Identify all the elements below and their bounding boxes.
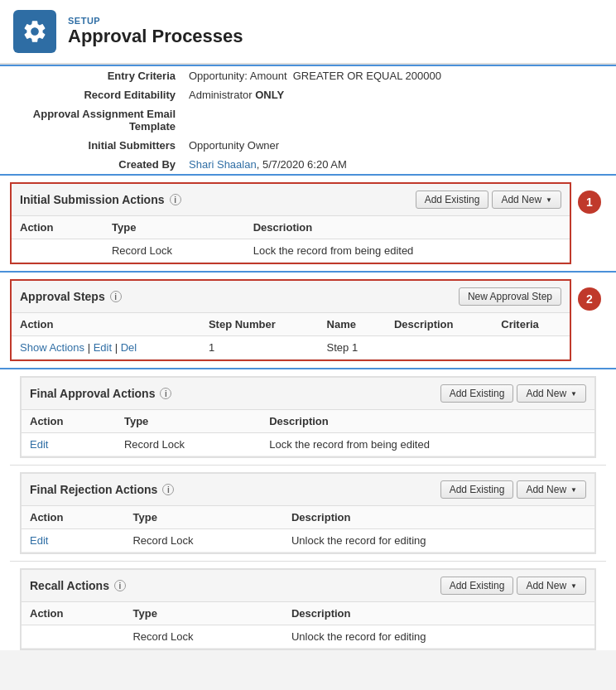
final-approval-section: Final Approval Actions i Add Existing Ad… — [20, 376, 596, 458]
recall-title: Recall Actions i — [30, 579, 126, 592]
col-action: Action — [22, 410, 116, 433]
initial-submission-header: Initial Submission Actions i Add Existin… — [12, 184, 570, 216]
edit-link[interactable]: Edit — [94, 341, 112, 354]
meta-label-record-editability: Record Editability — [0, 85, 182, 104]
initial-submission-row-action — [12, 239, 103, 263]
final-rejection-info-icon[interactable]: i — [162, 484, 174, 495]
approval-step-row-description — [386, 336, 493, 359]
final-approval-add-existing-button[interactable]: Add Existing — [440, 384, 514, 403]
meta-label-initial-submitters: Initial Submitters — [0, 136, 182, 155]
final-approval-row-type: Record Lock — [116, 433, 261, 456]
table-row: Show Actions | Edit | Del 1 Step 1 — [12, 336, 570, 359]
final-approval-edit-link[interactable]: Edit — [30, 438, 48, 451]
recall-wrapper: Recall Actions i Add Existing Add New Ac… — [10, 568, 606, 650]
final-rejection-header-row: Action Type Description — [22, 506, 594, 529]
initial-submission-table-header-row: Action Type Descriotion — [12, 216, 570, 239]
created-by-link[interactable]: Shari Shaalan — [189, 158, 257, 171]
initial-submission-info-icon[interactable]: i — [170, 194, 181, 205]
initial-submission-add-new-button[interactable]: Add New — [492, 191, 561, 209]
initial-submission-actions: Add Existing Add New — [416, 191, 561, 209]
badge-col-1: 1 — [571, 182, 606, 214]
col-name: Name — [319, 313, 386, 336]
recall-row-description: Unlock the record for editing — [283, 625, 594, 649]
initial-submission-row-type: Record Lock — [103, 239, 245, 263]
table-row: Edit Record Lock Lock the record from be… — [22, 433, 594, 456]
initial-submission-table: Action Type Descriotion Record Lock Lock… — [12, 216, 570, 263]
final-rejection-add-new-button[interactable]: Add New — [517, 480, 586, 499]
initial-submission-title: Initial Submission Actions i — [20, 193, 181, 206]
final-rejection-edit-link[interactable]: Edit — [30, 534, 48, 547]
approval-step-row-name: Step 1 — [319, 336, 386, 359]
col-action: Action — [22, 506, 124, 529]
final-rejection-add-existing-button[interactable]: Add Existing — [440, 480, 514, 499]
final-approval-wrapper: Final Approval Actions i Add Existing Ad… — [10, 376, 606, 458]
approval-steps-title: Approval Steps i — [20, 290, 122, 303]
gear-icon — [22, 18, 48, 45]
new-approval-step-button[interactable]: New Approval Step — [459, 287, 561, 306]
approval-step-row-actions: Show Actions | Edit | Del — [12, 336, 200, 359]
recall-row-type: Record Lock — [124, 625, 282, 649]
recall-info-icon[interactable]: i — [114, 580, 126, 591]
meta-row-email-template: Approval Assignment Email Template — [0, 104, 616, 136]
table-row: Edit Record Lock Unlock the record for e… — [22, 529, 594, 552]
col-type: Type — [103, 216, 245, 239]
final-rejection-header: Final Rejection Actions i Add Existing A… — [22, 474, 594, 506]
col-step-number: Step Number — [200, 313, 319, 336]
approval-steps-actions: New Approval Step — [459, 287, 561, 306]
table-row: Record Lock Unlock the record for editin… — [22, 625, 594, 649]
approval-steps-header-row: Action Step Number Name Description Crit… — [12, 313, 570, 336]
meta-row-initial-submitters: Initial Submitters Opportunity Owner — [0, 136, 616, 155]
show-actions-link[interactable]: Show Actions — [20, 341, 84, 354]
meta-label-entry-criteria: Entry Criteria — [0, 66, 182, 85]
col-action: Action — [12, 313, 200, 336]
del-link[interactable]: Del — [121, 341, 137, 354]
final-approval-row-description: Lock the record from being edited — [261, 433, 594, 456]
main-content: Entry Criteria Opportunity: Amount GREAT… — [0, 66, 616, 650]
setup-icon-box — [13, 10, 56, 53]
final-approval-info-icon[interactable]: i — [160, 388, 171, 399]
meta-table: Entry Criteria Opportunity: Amount GREAT… — [0, 66, 616, 174]
approval-steps-header: Approval Steps i New Approval Step — [12, 281, 570, 313]
final-approval-header-row: Action Type Description — [22, 410, 594, 433]
initial-submission-section: Initial Submission Actions i Add Existin… — [10, 182, 571, 264]
setup-label: SETUP — [68, 16, 243, 26]
meta-value-record-editability: Administrator ONLY — [182, 85, 616, 104]
recall-section-actions: Add Existing Add New — [440, 577, 586, 595]
final-rejection-table: Action Type Description Edit Record Lock… — [22, 506, 594, 552]
final-rejection-section-actions: Add Existing Add New — [440, 480, 586, 499]
approval-steps-table: Action Step Number Name Description Crit… — [12, 313, 570, 359]
col-type: Type — [124, 506, 282, 529]
meta-label-email-template: Approval Assignment Email Template — [0, 104, 182, 136]
col-type: Type — [124, 602, 282, 625]
recall-header: Recall Actions i Add Existing Add New — [22, 570, 594, 602]
recall-add-existing-button[interactable]: Add Existing — [440, 577, 514, 595]
final-rejection-row-description: Unlock the record for editing — [283, 529, 594, 552]
recall-add-new-button[interactable]: Add New — [517, 577, 586, 595]
page-header: SETUP Approval Processes — [0, 0, 616, 65]
header-text: SETUP Approval Processes — [68, 16, 243, 47]
meta-divider — [0, 174, 616, 176]
recall-row-action — [22, 625, 124, 649]
col-criteria: Criteria — [493, 313, 570, 336]
final-approval-section-actions: Add Existing Add New — [440, 384, 586, 403]
initial-submission-row-description: Lock the record from being edited — [245, 239, 570, 263]
initial-submission-add-existing-button[interactable]: Add Existing — [416, 191, 489, 209]
approval-step-row-step-number: 1 — [200, 336, 319, 359]
final-approval-table: Action Type Description Edit Record Lock… — [22, 410, 594, 456]
final-rejection-title: Final Rejection Actions i — [30, 483, 174, 496]
thin-divider-2 — [10, 561, 606, 562]
final-approval-add-new-button[interactable]: Add New — [517, 384, 586, 403]
section-divider-2 — [0, 368, 616, 369]
separator-1: | — [88, 341, 94, 354]
badge-col-2: 2 — [571, 279, 606, 311]
col-type: Type — [116, 410, 261, 433]
approval-steps-info-icon[interactable]: i — [110, 291, 122, 302]
final-approval-title: Final Approval Actions i — [30, 387, 171, 400]
meta-row-entry-criteria: Entry Criteria Opportunity: Amount GREAT… — [0, 66, 616, 85]
col-description: Descriotion — [245, 216, 570, 239]
recall-table: Action Type Description Record Lock Unlo… — [22, 602, 594, 649]
page-title: Approval Processes — [68, 26, 243, 47]
recall-section: Recall Actions i Add Existing Add New Ac… — [20, 568, 596, 650]
recall-header-row: Action Type Description — [22, 602, 594, 625]
final-rejection-row-action: Edit — [22, 529, 124, 552]
